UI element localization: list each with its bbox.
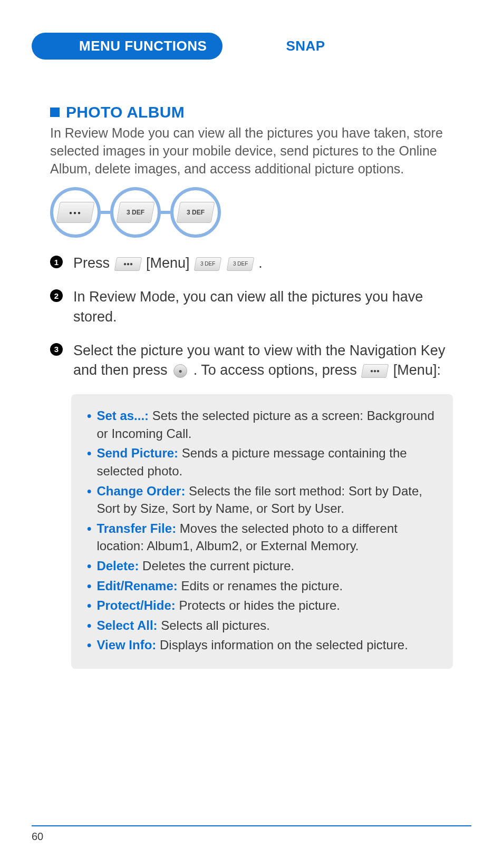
option-transfer-file: • Transfer File: Moves the selected phot… xyxy=(87,520,437,555)
option-label: Send Picture: xyxy=(96,446,178,460)
option-label: Set as...: xyxy=(96,408,149,423)
section-title-row: PHOTO ALBUM xyxy=(50,103,453,121)
option-label: View Info: xyxy=(96,638,156,652)
bullet-icon: • xyxy=(87,444,91,462)
step-3-line2: . To access options, press xyxy=(194,362,357,378)
section-intro: In Review Mode you can view all the pict… xyxy=(50,124,453,178)
step-1-text: Press ●●● [Menu] 3 DEF 3 DEF . xyxy=(73,253,263,274)
step-2: 2 In Review Mode, you can view all the p… xyxy=(50,287,453,327)
option-protect-hide: • Protect/Hide: Protects or hides the pi… xyxy=(87,597,437,615)
option-view-info: • View Info: Displays information on the… xyxy=(87,636,437,654)
page-footer: 60 xyxy=(32,825,471,843)
bullet-icon: • xyxy=(87,407,91,425)
three-def-key-icon: 3 DEF xyxy=(226,257,254,271)
option-desc: Edits or renames the picture. xyxy=(178,579,343,593)
option-select-all: • Select All: Selects all pictures. xyxy=(87,617,437,635)
three-def-key-icon: 3 DEF xyxy=(176,202,215,223)
three-def-key-icon: 3 DEF xyxy=(116,202,154,223)
step-number-icon: 1 xyxy=(50,256,63,268)
step-2-text: In Review Mode, you can view all the pic… xyxy=(73,287,453,327)
header-tab-right: SNAP xyxy=(286,38,325,54)
menu-dots-key-icon: ●●● xyxy=(361,364,389,378)
menu-dots-key-icon xyxy=(56,202,94,223)
option-label: Transfer File: xyxy=(96,521,176,535)
bullet-icon: • xyxy=(87,520,91,538)
option-label: Protect/Hide: xyxy=(96,598,175,612)
option-change-order: • Change Order: Selects the file sort me… xyxy=(87,482,437,518)
header-tab-left: MENU FUNCTIONS xyxy=(32,33,223,60)
step-1-suffix: . xyxy=(258,255,263,271)
option-edit-rename: • Edit/Rename: Edits or renames the pict… xyxy=(87,577,437,595)
page-number: 60 xyxy=(32,831,471,843)
option-label: Edit/Rename: xyxy=(96,579,177,593)
key-circle-menu xyxy=(50,187,101,238)
key-circle-3def-a: 3 DEF xyxy=(110,187,161,238)
step-3-menu-label: [Menu]: xyxy=(393,362,441,378)
option-set-as: • Set as...: Sets the selected picture a… xyxy=(87,407,437,442)
option-label: Change Order: xyxy=(96,484,185,498)
option-label: Delete: xyxy=(96,559,139,573)
option-desc: Selects all pictures. xyxy=(158,618,270,632)
bullet-icon: • xyxy=(87,617,91,635)
key-circle-3def-b: 3 DEF xyxy=(170,187,221,238)
key-sequence-diagram: 3 DEF 3 DEF xyxy=(50,187,453,238)
bullet-icon: • xyxy=(87,636,91,654)
step-number-icon: 3 xyxy=(50,343,63,356)
step-3-text: Select the picture you want to view with… xyxy=(73,341,453,381)
step-1: 1 Press ●●● [Menu] 3 DEF 3 DEF . xyxy=(50,253,453,274)
three-def-key-icon: 3 DEF xyxy=(194,257,222,271)
step-1-menu-label: [Menu] xyxy=(146,255,190,271)
option-desc: Deletes the current picture. xyxy=(139,559,294,573)
key-link-icon xyxy=(161,211,170,214)
steps-list: 1 Press ●●● [Menu] 3 DEF 3 DEF . 2 In Re… xyxy=(50,253,453,381)
page-header: MENU FUNCTIONS SNAP xyxy=(32,33,471,60)
option-desc: Protects or hides the picture. xyxy=(176,598,340,612)
bullet-icon: • xyxy=(87,577,91,595)
option-desc: Displays information on the selected pic… xyxy=(156,638,408,652)
section-bullet-icon xyxy=(50,108,60,117)
option-delete: • Delete: Deletes the current picture. xyxy=(87,557,437,575)
step-3: 3 Select the picture you want to view wi… xyxy=(50,341,453,381)
options-box: • Set as...: Sets the selected picture a… xyxy=(71,394,453,669)
ok-key-icon: ● xyxy=(173,364,187,378)
page-content: PHOTO ALBUM In Review Mode you can view … xyxy=(50,103,453,669)
key-link-icon xyxy=(101,211,110,214)
bullet-icon: • xyxy=(87,597,91,615)
menu-dots-key-icon: ●●● xyxy=(114,257,142,271)
step-number-icon: 2 xyxy=(50,289,63,302)
bullet-icon: • xyxy=(87,557,91,575)
option-send-picture: • Send Picture: Sends a picture message … xyxy=(87,444,437,480)
option-label: Select All: xyxy=(96,618,157,632)
bullet-icon: • xyxy=(87,482,91,500)
section-title: PHOTO ALBUM xyxy=(66,103,185,121)
step-1-prefix: Press xyxy=(73,255,114,271)
